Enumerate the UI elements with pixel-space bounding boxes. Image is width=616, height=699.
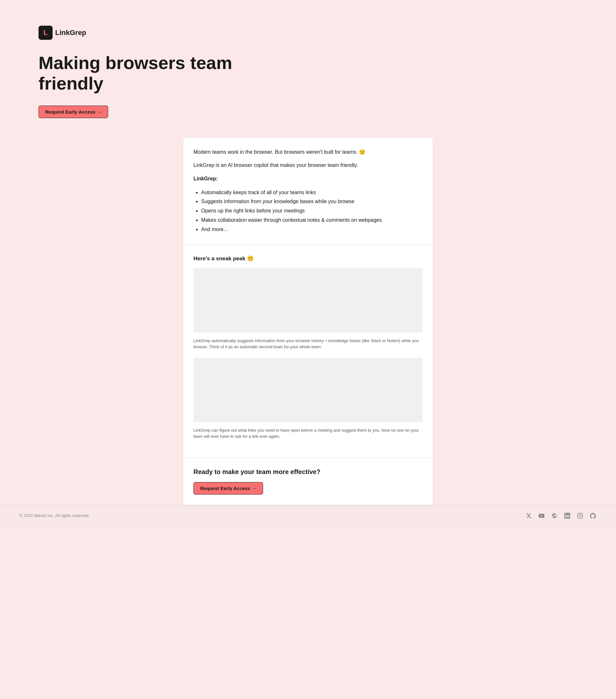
cta-button[interactable]: Request Early Access → — [193, 482, 263, 494]
footer: © 2023 Wavlin Inc. All rights reserved. — [0, 505, 616, 526]
list-item: And more... — [201, 225, 423, 234]
sneak-peak-card: Here's a sneak peak 🤫 LinkGrep automatic… — [183, 245, 433, 458]
footer-copyright: © 2023 Wavlin Inc. All rights reserved. — [19, 513, 90, 518]
info-card: Modern teams work in the browser. But br… — [183, 137, 433, 245]
hero-cta-button[interactable]: Request Early Access → — [39, 106, 108, 118]
footer-icons — [525, 512, 597, 519]
instagram-icon[interactable] — [576, 512, 584, 519]
list-heading: LinkGrep: — [193, 175, 423, 183]
video-caption-2: LinkGrep can figure out what links you n… — [193, 427, 423, 440]
features-list: Automatically keeps track of all of your… — [193, 188, 423, 234]
cta-card: Ready to make your team more effective? … — [183, 458, 433, 505]
video-placeholder-2 — [193, 358, 423, 422]
github-icon[interactable] — [589, 512, 597, 519]
twitter-icon[interactable] — [525, 512, 533, 519]
list-item: Automatically keeps track of all of your… — [201, 188, 423, 197]
video-caption-1: LinkGrep automatically suggests informat… — [193, 338, 423, 350]
cards-container: Modern teams work in the browser. But br… — [176, 137, 440, 505]
page-wrapper: L LinkGrep Making browsers team friendly… — [0, 0, 616, 526]
intro-line2: LinkGrep is an AI browser copilot that m… — [193, 161, 423, 170]
cta-heading: Ready to make your team more effective? — [193, 468, 423, 476]
list-item: Makes collaboration easier through conte… — [201, 216, 423, 225]
logo-icon: L — [39, 26, 53, 40]
hero-title: Making browsers team friendly — [39, 53, 263, 94]
logo-text: LinkGrep — [55, 29, 86, 37]
youtube-icon[interactable] — [538, 512, 546, 519]
list-item: Suggests information from your knowledge… — [201, 197, 423, 206]
globe-icon[interactable] — [551, 512, 558, 519]
logo-container: L LinkGrep — [39, 26, 577, 40]
sneak-peak-heading: Here's a sneak peak 🤫 — [193, 255, 423, 262]
linkedin-icon[interactable] — [563, 512, 571, 519]
list-item: Opens up the right links before your mee… — [201, 206, 423, 216]
video-placeholder-1 — [193, 268, 423, 332]
intro-line1: Modern teams work in the browser. But br… — [193, 148, 423, 156]
hero-section: L LinkGrep Making browsers team friendly… — [0, 0, 616, 137]
